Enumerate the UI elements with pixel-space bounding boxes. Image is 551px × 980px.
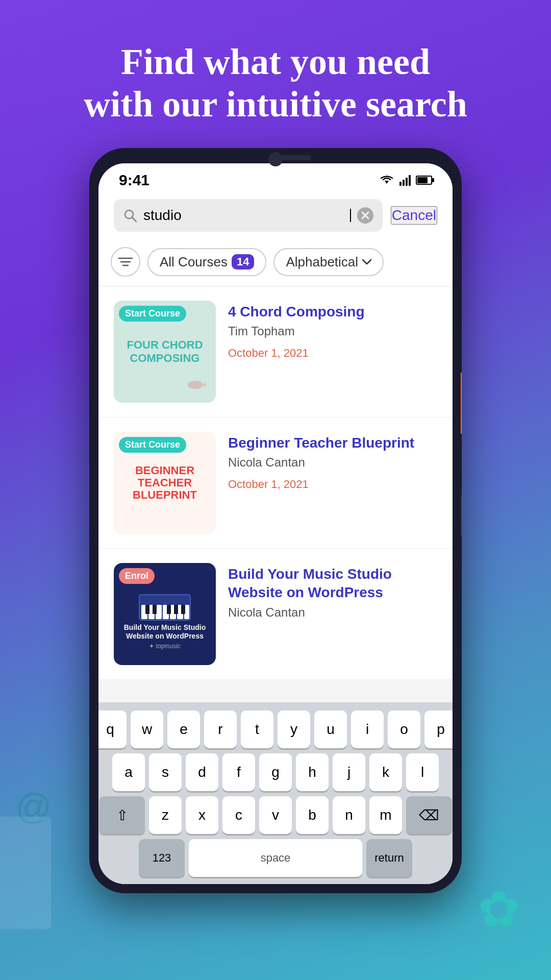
key-k[interactable]: k — [369, 753, 402, 791]
sort-label: Alphabetical — [286, 254, 358, 270]
svg-rect-3 — [406, 178, 408, 186]
key-r[interactable]: r — [204, 710, 237, 748]
svg-rect-23 — [145, 605, 149, 614]
key-c[interactable]: c — [222, 796, 255, 834]
key-l[interactable]: l — [406, 753, 439, 791]
course-title: Beginner Teacher Blueprint — [228, 434, 437, 452]
key-h[interactable]: h — [296, 753, 329, 791]
key-x[interactable]: x — [186, 796, 218, 834]
start-course-badge: Start Course — [119, 437, 186, 453]
course-info: Build Your Music Studio Website on WordP… — [228, 563, 437, 628]
fish-decoration — [185, 377, 206, 393]
course-date: October 1, 2021 — [228, 347, 437, 360]
search-icon — [123, 208, 137, 223]
key-s[interactable]: s — [149, 753, 182, 791]
course-info: 4 Chord Composing Tim Topham October 1, … — [228, 301, 437, 360]
key-e[interactable]: e — [167, 710, 200, 748]
key-backspace[interactable]: ⌫ — [406, 796, 452, 834]
svg-rect-26 — [174, 605, 178, 614]
key-i[interactable]: i — [351, 710, 384, 748]
filter-lines-icon — [118, 256, 133, 267]
key-m[interactable]: m — [369, 796, 402, 834]
key-return[interactable]: return — [366, 839, 412, 877]
course-item[interactable]: Enrol — [98, 549, 453, 680]
sort-filter-pill[interactable]: Alphabetical — [273, 248, 384, 276]
course-list: Start Course Four Chord Composing 4 Chor… — [98, 286, 453, 680]
key-t[interactable]: t — [241, 710, 273, 748]
virtual-keyboard: q w e r t y u i o p a s d f g h j k l — [98, 702, 453, 884]
key-q[interactable]: q — [98, 710, 127, 748]
phone-screen: 9:41 — [98, 163, 453, 884]
blueprint-thumbnail: Start Course Beginner Teacher Blueprint — [114, 432, 216, 534]
deco-flower: ✿ — [478, 879, 520, 939]
filter-icon-button[interactable] — [111, 247, 140, 277]
svg-marker-13 — [203, 381, 206, 388]
hero-line2: with our intuitive search — [84, 84, 467, 125]
status-bar: 9:41 — [98, 163, 453, 193]
clear-search-button[interactable] — [357, 207, 373, 224]
svg-rect-1 — [399, 182, 402, 186]
phone-side-button — [461, 373, 462, 434]
key-u[interactable]: u — [314, 710, 347, 748]
keyboard-row-1: q w e r t y u i o p — [103, 710, 448, 748]
keyboard-row-3: ⇧ z x c v b n m ⌫ — [103, 796, 448, 834]
search-bar-area: studio Cancel — [98, 193, 453, 240]
key-a[interactable]: a — [112, 753, 145, 791]
key-d[interactable]: d — [186, 753, 218, 791]
course-author: Nicola Cantan — [228, 605, 437, 620]
hero-section: Find what you need with our intuitive se… — [0, 0, 551, 146]
category-filter-pill[interactable]: All Courses 14 — [147, 248, 266, 276]
course-item[interactable]: Start Course Four Chord Composing 4 Chor… — [98, 286, 453, 418]
keyboard-row-2: a s d f g h j k l — [103, 753, 448, 791]
enrol-badge: Enrol — [119, 568, 155, 584]
text-cursor — [350, 209, 351, 222]
chevron-down-icon — [362, 259, 371, 265]
status-time: 9:41 — [119, 172, 149, 189]
key-g[interactable]: g — [259, 753, 292, 791]
svg-rect-4 — [409, 175, 411, 186]
search-input[interactable]: studio — [143, 207, 344, 224]
four-chord-thumbnail: Start Course Four Chord Composing — [114, 301, 216, 403]
key-numbers[interactable]: 123 — [139, 839, 185, 877]
svg-marker-0 — [385, 181, 389, 184]
key-y[interactable]: y — [278, 710, 310, 748]
course-info: Beginner Teacher Blueprint Nicola Cantan… — [228, 432, 437, 491]
key-b[interactable]: b — [296, 796, 329, 834]
course-author: Nicola Cantan — [228, 455, 437, 470]
key-j[interactable]: j — [333, 753, 365, 791]
deco-piano-keys — [0, 817, 51, 929]
svg-rect-2 — [403, 180, 405, 186]
phone-volume-button — [461, 495, 462, 536]
search-bar[interactable]: studio — [114, 199, 383, 232]
svg-rect-25 — [167, 605, 171, 614]
course-item[interactable]: Start Course Beginner Teacher Blueprint … — [98, 418, 453, 549]
phone-speaker — [270, 155, 311, 160]
key-shift[interactable]: ⇧ — [99, 796, 145, 834]
course-author: Tim Topham — [228, 324, 437, 338]
course-count-badge: 14 — [232, 254, 254, 270]
course-title: Build Your Music Studio Website on WordP… — [228, 565, 437, 602]
cancel-search-button[interactable]: Cancel — [391, 206, 437, 225]
key-f[interactable]: f — [222, 753, 255, 791]
key-z[interactable]: z — [149, 796, 182, 834]
thumbnail-text: Beginner Teacher Blueprint — [114, 454, 216, 512]
key-n[interactable]: n — [333, 796, 365, 834]
svg-rect-24 — [153, 605, 157, 614]
studio-thumb-text: Build Your Music StudioWebsite on WordPr… — [114, 623, 216, 650]
filter-bar: All Courses 14 Alphabetical — [98, 240, 453, 286]
key-w[interactable]: w — [131, 710, 163, 748]
course-title: 4 Chord Composing — [228, 303, 437, 321]
wifi-icon — [379, 175, 394, 186]
key-space[interactable]: space — [189, 839, 362, 877]
key-p[interactable]: p — [424, 710, 453, 748]
course-thumbnail: Start Course Four Chord Composing — [114, 301, 216, 403]
key-v[interactable]: v — [259, 796, 292, 834]
svg-point-12 — [188, 381, 203, 389]
category-label: All Courses — [160, 254, 228, 270]
battery-icon — [416, 176, 432, 185]
thumbnail-text: Four Chord Composing — [114, 328, 216, 376]
svg-line-6 — [132, 217, 136, 222]
status-icons — [379, 175, 432, 186]
studio-thumbnail: Enrol — [114, 563, 216, 665]
key-o[interactable]: o — [388, 710, 420, 748]
